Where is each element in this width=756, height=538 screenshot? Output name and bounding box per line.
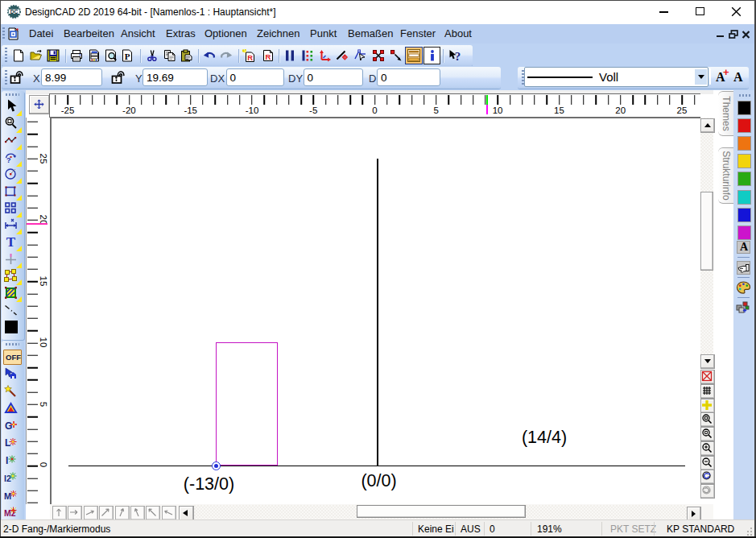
svg-text:DC: DC [10, 9, 19, 14]
svg-text:R: R [247, 53, 253, 62]
svg-text:I: I [6, 455, 8, 466]
svg-text:?: ? [455, 50, 461, 63]
svg-text:I2: I2 [4, 474, 11, 483]
svg-text:P: P [125, 52, 130, 61]
svg-text:L: L [5, 437, 10, 449]
svg-text:M: M [4, 491, 11, 501]
svg-text:T: T [6, 235, 16, 248]
svg-text:G: G [5, 420, 12, 432]
svg-text:R: R [266, 52, 271, 61]
